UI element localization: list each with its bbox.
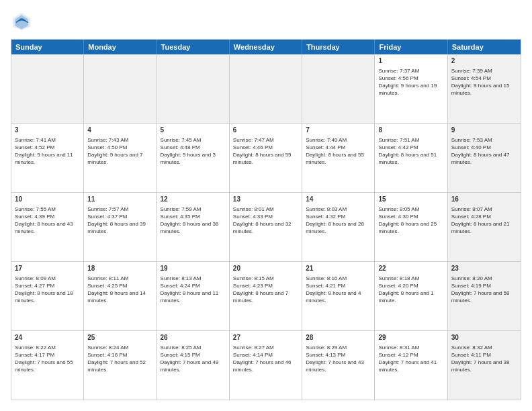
day-number: 27	[233, 333, 298, 342]
header-day-friday: Friday	[375, 40, 447, 54]
day-number: 28	[306, 333, 371, 342]
header-day-wednesday: Wednesday	[230, 40, 302, 54]
day-number: 13	[233, 195, 298, 204]
day-number: 26	[161, 333, 226, 342]
calendar-day-14: 14Sunrise: 8:03 AM Sunset: 4:32 PM Dayli…	[302, 193, 375, 261]
day-info: Sunrise: 8:05 AM Sunset: 4:30 PM Dayligh…	[378, 205, 443, 236]
day-info: Sunrise: 8:09 AM Sunset: 4:27 PM Dayligh…	[15, 275, 80, 305]
day-number: 21	[306, 264, 371, 273]
day-info: Sunrise: 8:20 AM Sunset: 4:19 PM Dayligh…	[451, 275, 517, 305]
day-info: Sunrise: 7:41 AM Sunset: 4:52 PM Dayligh…	[15, 136, 80, 167]
logo	[11, 11, 35, 32]
calendar-day-19: 19Sunrise: 8:13 AM Sunset: 4:24 PM Dayli…	[157, 262, 230, 330]
header-day-monday: Monday	[84, 40, 157, 54]
header-day-thursday: Thursday	[302, 40, 375, 54]
day-info: Sunrise: 8:24 AM Sunset: 4:16 PM Dayligh…	[87, 344, 152, 374]
calendar-week-2: 3Sunrise: 7:41 AM Sunset: 4:52 PM Daylig…	[11, 124, 521, 193]
calendar-day-1: 1Sunrise: 7:37 AM Sunset: 4:56 PM Daylig…	[375, 54, 447, 123]
day-number: 12	[161, 195, 226, 204]
day-info: Sunrise: 7:49 AM Sunset: 4:44 PM Dayligh…	[306, 136, 371, 167]
calendar-day-27: 27Sunrise: 8:27 AM Sunset: 4:14 PM Dayli…	[230, 331, 302, 400]
calendar-empty-cell	[302, 54, 375, 123]
day-number: 8	[378, 126, 443, 135]
day-info: Sunrise: 8:11 AM Sunset: 4:25 PM Dayligh…	[87, 275, 152, 305]
calendar-day-15: 15Sunrise: 8:05 AM Sunset: 4:30 PM Dayli…	[375, 193, 447, 261]
day-info: Sunrise: 7:51 AM Sunset: 4:42 PM Dayligh…	[378, 136, 443, 167]
day-info: Sunrise: 7:43 AM Sunset: 4:50 PM Dayligh…	[87, 136, 152, 167]
day-number: 14	[306, 195, 371, 204]
calendar-empty-cell	[230, 54, 302, 123]
calendar-day-11: 11Sunrise: 7:57 AM Sunset: 4:37 PM Dayli…	[84, 193, 157, 261]
calendar-day-18: 18Sunrise: 8:11 AM Sunset: 4:25 PM Dayli…	[84, 262, 157, 330]
calendar-day-13: 13Sunrise: 8:01 AM Sunset: 4:33 PM Dayli…	[230, 193, 302, 261]
calendar-day-29: 29Sunrise: 8:31 AM Sunset: 4:12 PM Dayli…	[375, 331, 447, 400]
day-info: Sunrise: 8:13 AM Sunset: 4:24 PM Dayligh…	[161, 275, 226, 305]
day-number: 15	[378, 195, 443, 204]
calendar-day-21: 21Sunrise: 8:16 AM Sunset: 4:21 PM Dayli…	[302, 262, 375, 330]
calendar-day-8: 8Sunrise: 7:51 AM Sunset: 4:42 PM Daylig…	[375, 124, 447, 192]
day-info: Sunrise: 8:18 AM Sunset: 4:20 PM Dayligh…	[378, 275, 443, 305]
day-number: 10	[15, 195, 80, 204]
day-info: Sunrise: 7:45 AM Sunset: 4:48 PM Dayligh…	[161, 136, 226, 167]
calendar-day-10: 10Sunrise: 7:55 AM Sunset: 4:39 PM Dayli…	[11, 193, 84, 261]
day-info: Sunrise: 8:29 AM Sunset: 4:13 PM Dayligh…	[306, 344, 371, 374]
day-number: 22	[378, 264, 443, 273]
day-info: Sunrise: 7:55 AM Sunset: 4:39 PM Dayligh…	[15, 205, 80, 236]
calendar-day-2: 2Sunrise: 7:39 AM Sunset: 4:54 PM Daylig…	[448, 54, 521, 123]
day-info: Sunrise: 8:27 AM Sunset: 4:14 PM Dayligh…	[233, 344, 298, 374]
calendar-body: 1Sunrise: 7:37 AM Sunset: 4:56 PM Daylig…	[11, 54, 521, 400]
day-info: Sunrise: 8:22 AM Sunset: 4:17 PM Dayligh…	[15, 344, 80, 374]
day-info: Sunrise: 7:57 AM Sunset: 4:37 PM Dayligh…	[87, 205, 152, 236]
calendar-week-4: 17Sunrise: 8:09 AM Sunset: 4:27 PM Dayli…	[11, 262, 521, 331]
day-info: Sunrise: 8:32 AM Sunset: 4:11 PM Dayligh…	[451, 344, 517, 374]
day-info: Sunrise: 8:16 AM Sunset: 4:21 PM Dayligh…	[306, 275, 371, 305]
day-info: Sunrise: 8:03 AM Sunset: 4:32 PM Dayligh…	[306, 205, 371, 236]
day-number: 17	[15, 264, 80, 273]
day-number: 30	[451, 333, 517, 342]
day-number: 9	[451, 126, 517, 135]
day-info: Sunrise: 8:15 AM Sunset: 4:23 PM Dayligh…	[233, 275, 298, 305]
calendar-day-20: 20Sunrise: 8:15 AM Sunset: 4:23 PM Dayli…	[230, 262, 302, 330]
page: SundayMondayTuesdayWednesdayThursdayFrid…	[0, 0, 532, 411]
calendar-week-3: 10Sunrise: 7:55 AM Sunset: 4:39 PM Dayli…	[11, 193, 521, 262]
day-info: Sunrise: 8:07 AM Sunset: 4:28 PM Dayligh…	[451, 205, 517, 236]
calendar-day-7: 7Sunrise: 7:49 AM Sunset: 4:44 PM Daylig…	[302, 124, 375, 192]
calendar-day-5: 5Sunrise: 7:45 AM Sunset: 4:48 PM Daylig…	[157, 124, 230, 192]
calendar-day-26: 26Sunrise: 8:25 AM Sunset: 4:15 PM Dayli…	[157, 331, 230, 400]
header-day-tuesday: Tuesday	[157, 40, 230, 54]
calendar-day-6: 6Sunrise: 7:47 AM Sunset: 4:46 PM Daylig…	[230, 124, 302, 192]
day-info: Sunrise: 8:01 AM Sunset: 4:33 PM Dayligh…	[233, 205, 298, 236]
calendar-week-5: 24Sunrise: 8:22 AM Sunset: 4:17 PM Dayli…	[11, 331, 521, 400]
day-info: Sunrise: 7:53 AM Sunset: 4:40 PM Dayligh…	[451, 136, 517, 167]
header-day-sunday: Sunday	[11, 40, 84, 54]
day-number: 25	[87, 333, 152, 342]
calendar-empty-cell	[84, 54, 157, 123]
calendar-header: SundayMondayTuesdayWednesdayThursdayFrid…	[11, 40, 521, 54]
day-number: 6	[233, 126, 298, 135]
day-info: Sunrise: 7:37 AM Sunset: 4:56 PM Dayligh…	[378, 67, 443, 97]
calendar-day-4: 4Sunrise: 7:43 AM Sunset: 4:50 PM Daylig…	[84, 124, 157, 192]
day-info: Sunrise: 7:39 AM Sunset: 4:54 PM Dayligh…	[451, 67, 517, 97]
day-number: 5	[161, 126, 226, 135]
day-number: 7	[306, 126, 371, 135]
day-number: 23	[451, 264, 517, 273]
calendar-day-24: 24Sunrise: 8:22 AM Sunset: 4:17 PM Dayli…	[11, 331, 84, 400]
day-number: 2	[451, 56, 517, 66]
day-info: Sunrise: 8:31 AM Sunset: 4:12 PM Dayligh…	[378, 344, 443, 374]
calendar-day-22: 22Sunrise: 8:18 AM Sunset: 4:20 PM Dayli…	[375, 262, 447, 330]
header-day-saturday: Saturday	[448, 40, 521, 54]
day-number: 4	[87, 126, 152, 135]
day-number: 1	[378, 56, 443, 66]
day-number: 24	[15, 333, 80, 342]
calendar-day-16: 16Sunrise: 8:07 AM Sunset: 4:28 PM Dayli…	[448, 193, 521, 261]
day-number: 11	[87, 195, 152, 204]
day-number: 18	[87, 264, 152, 273]
calendar: SundayMondayTuesdayWednesdayThursdayFrid…	[11, 39, 521, 400]
calendar-day-23: 23Sunrise: 8:20 AM Sunset: 4:19 PM Dayli…	[448, 262, 521, 330]
day-number: 3	[15, 126, 80, 135]
day-info: Sunrise: 8:25 AM Sunset: 4:15 PM Dayligh…	[161, 344, 226, 374]
calendar-day-28: 28Sunrise: 8:29 AM Sunset: 4:13 PM Dayli…	[302, 331, 375, 400]
day-info: Sunrise: 7:47 AM Sunset: 4:46 PM Dayligh…	[233, 136, 298, 167]
calendar-day-9: 9Sunrise: 7:53 AM Sunset: 4:40 PM Daylig…	[448, 124, 521, 192]
day-number: 29	[378, 333, 443, 342]
